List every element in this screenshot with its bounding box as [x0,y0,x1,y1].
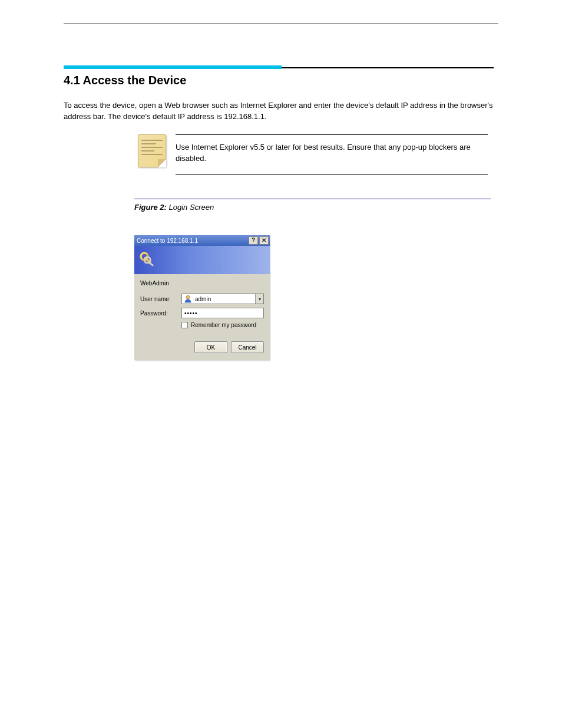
section-heading-block: 4.1 Access the Device [64,65,498,87]
dialog-titlebar: Connect to 192.168.1.1 ? ✕ [134,235,270,246]
figure-caption-text: Login Screen [169,203,214,212]
note-top-rule [176,134,488,135]
note-bottom-rule [176,174,488,175]
note-text: Use Internet Explorer v5.5 or later for … [176,142,488,164]
remember-checkbox[interactable] [181,322,188,328]
password-mask: ••••• [184,310,198,317]
realm-label: WebAdmin [140,280,264,286]
header-rule [64,24,498,24]
figure-label: Figure 2: [134,203,167,212]
heading-rule [282,67,494,68]
dialog-banner [134,246,270,274]
figure-caption: Figure 2: Login Screen [134,203,498,212]
remember-label: Remember my password [191,322,256,328]
dialog-title: Connect to 192.168.1.1 [137,238,249,244]
note-block: Use Internet Explorer v5.5 or later for … [134,134,488,176]
password-input[interactable]: ••••• [181,308,264,318]
keys-icon [138,250,158,270]
username-value: admin [194,296,255,302]
accent-bar [64,65,282,69]
close-button[interactable]: ✕ [259,236,269,245]
figure-rule [134,199,491,199]
help-button[interactable]: ? [249,236,258,245]
username-input[interactable]: admin ▾ [181,294,264,304]
password-label: Password: [140,310,181,317]
ok-button[interactable]: OK [194,341,227,353]
body-paragraph: To access the device, open a Web browser… [64,100,498,123]
chevron-down-icon: ▾ [259,297,261,302]
username-label: User name: [140,296,181,302]
section-heading: 4.1 Access the Device [64,74,498,87]
note-icon [138,134,166,167]
dropdown-button[interactable]: ▾ [255,294,263,304]
user-icon [184,295,192,303]
cancel-button[interactable]: Cancel [231,341,264,353]
svg-point-4 [186,296,190,299]
login-dialog: Connect to 192.168.1.1 ? ✕ [134,235,270,360]
